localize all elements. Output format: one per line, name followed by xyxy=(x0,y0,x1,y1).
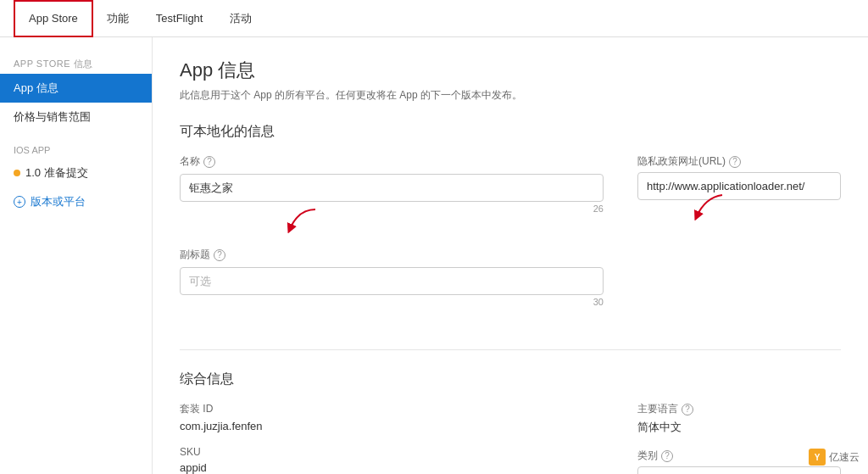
primary-lang-group: 主要语言 ? 简体中文 xyxy=(637,402,841,435)
sku-group: SKU appid xyxy=(180,446,604,474)
watermark-logo: Y xyxy=(809,449,826,466)
local-section-title: 可本地化的信息 xyxy=(180,123,841,141)
name-input[interactable] xyxy=(180,174,604,202)
nav-testflight[interactable]: TestFlight xyxy=(142,0,217,37)
primary-lang-help-icon[interactable]: ? xyxy=(682,404,693,415)
privacy-input[interactable] xyxy=(637,172,841,200)
main-layout: APP STORE 信息 App 信息 价格与销售范围 IOS APP 1.0 … xyxy=(0,37,868,474)
version-label: 1.0 准备提交 xyxy=(25,165,88,181)
name-char-count: 26 xyxy=(180,204,604,214)
watermark-area: Y 亿速云 xyxy=(809,449,860,466)
subtitle-input[interactable] xyxy=(180,267,604,295)
category-help-icon[interactable]: ? xyxy=(661,450,673,462)
main-content: App 信息 此信息用于这个 App 的所有平台。任何更改将在 App 的下一个… xyxy=(153,37,868,474)
sidebar-version-platform[interactable]: + 版本或平台 xyxy=(0,187,152,216)
nav-appstore[interactable]: App Store xyxy=(14,0,93,37)
page-title: App 信息 xyxy=(180,58,841,83)
general-section-title: 综合信息 xyxy=(180,371,841,388)
subtitle-help-icon[interactable]: ? xyxy=(214,249,225,261)
nav-features[interactable]: 功能 xyxy=(93,0,142,37)
name-label: 名称 ? xyxy=(180,154,604,169)
version-platform-label: 版本或平台 xyxy=(31,194,86,209)
version-dot xyxy=(14,170,20,176)
sidebar-section-ios: IOS APP xyxy=(0,131,152,159)
sku-value: appid xyxy=(180,461,604,474)
sidebar-item-version[interactable]: 1.0 准备提交 xyxy=(0,159,152,187)
plus-icon: + xyxy=(14,196,25,208)
bundle-id-group: 套装 ID com.juzjia.fenfen xyxy=(180,402,604,432)
sidebar: APP STORE 信息 App 信息 价格与销售范围 IOS APP 1.0 … xyxy=(0,37,153,474)
watermark-text: 亿速云 xyxy=(829,450,860,465)
bundle-id-label: 套装 ID xyxy=(180,402,604,416)
sidebar-item-appinfo[interactable]: App 信息 xyxy=(0,74,152,103)
privacy-help-icon[interactable]: ? xyxy=(729,156,741,168)
category-input[interactable] xyxy=(637,466,841,474)
top-navigation: App Store 功能 TestFlight 活动 xyxy=(0,0,868,37)
sidebar-item-price[interactable]: 价格与销售范围 xyxy=(0,103,152,131)
page-subtitle: 此信息用于这个 App 的所有平台。任何更改将在 App 的下一个版本中发布。 xyxy=(180,88,841,103)
subtitle-char-count: 30 xyxy=(180,297,604,307)
name-help-icon[interactable]: ? xyxy=(203,156,215,168)
subtitle-label: 副标题 ? xyxy=(180,248,604,262)
sku-label: SKU xyxy=(180,446,604,458)
privacy-label: 隐私政策网址(URL) ? xyxy=(637,154,841,169)
nav-activity[interactable]: 活动 xyxy=(216,0,265,37)
bundle-id-value: com.juzjia.fenfen xyxy=(180,420,604,432)
primary-lang-value: 简体中文 xyxy=(637,420,841,435)
sidebar-section-appstore: APP STORE 信息 xyxy=(0,51,152,74)
primary-lang-label: 主要语言 ? xyxy=(637,402,841,416)
